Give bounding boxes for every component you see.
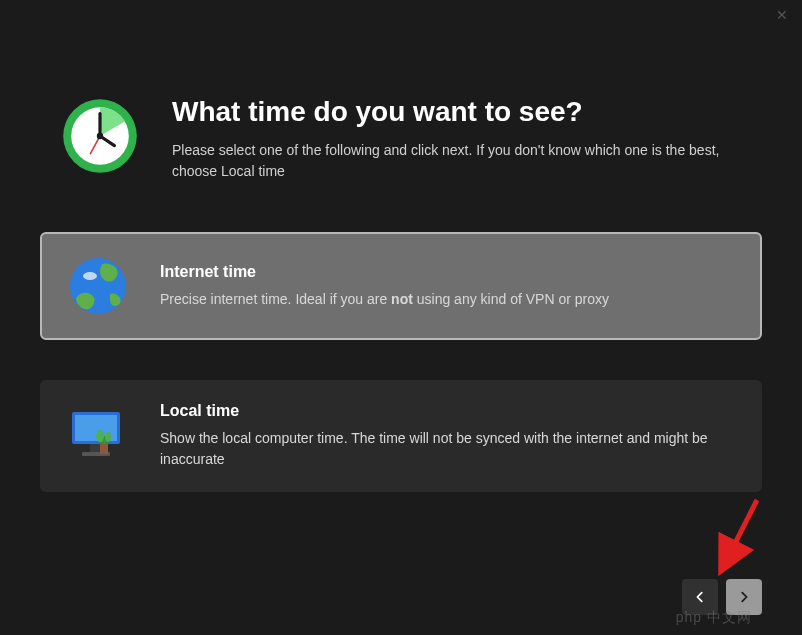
close-button[interactable]: ✕: [776, 7, 788, 23]
desc-prefix: Precise internet time. Ideal if you are: [160, 291, 391, 307]
window-controls: ✕: [762, 0, 802, 30]
globe-icon: [66, 254, 130, 318]
svg-point-15: [105, 432, 111, 442]
watermark: php 中文网: [676, 609, 752, 627]
desc-emphasis: not: [391, 291, 413, 307]
header: What time do you want to see? Please sel…: [0, 0, 802, 182]
option-internet-desc: Precise internet time. Ideal if you are …: [160, 289, 736, 310]
desc-suffix: using any kind of VPN or proxy: [413, 291, 609, 307]
option-internet-time[interactable]: Internet time Precise internet time. Ide…: [40, 232, 762, 340]
svg-point-7: [83, 272, 97, 280]
clock-icon: [60, 96, 140, 176]
svg-point-14: [96, 430, 104, 442]
svg-point-6: [70, 258, 126, 314]
arrow-annotation: [687, 495, 767, 585]
chevron-left-icon: [693, 590, 707, 604]
option-local-time[interactable]: Local time Show the local computer time.…: [40, 380, 762, 492]
option-local-desc: Show the local computer time. The time w…: [160, 428, 736, 470]
svg-rect-12: [100, 444, 108, 454]
option-local-title: Local time: [160, 402, 736, 420]
option-internet-text: Internet time Precise internet time. Ide…: [160, 263, 736, 310]
option-internet-title: Internet time: [160, 263, 736, 281]
computer-icon: [66, 404, 130, 468]
page-title: What time do you want to see?: [172, 96, 742, 128]
chevron-right-icon: [737, 590, 751, 604]
header-text: What time do you want to see? Please sel…: [172, 96, 742, 182]
options-list: Internet time Precise internet time. Ide…: [0, 182, 802, 492]
option-local-text: Local time Show the local computer time.…: [160, 402, 736, 470]
page-subtitle: Please select one of the following and c…: [172, 140, 742, 182]
svg-point-5: [97, 133, 103, 139]
svg-line-17: [725, 500, 757, 563]
